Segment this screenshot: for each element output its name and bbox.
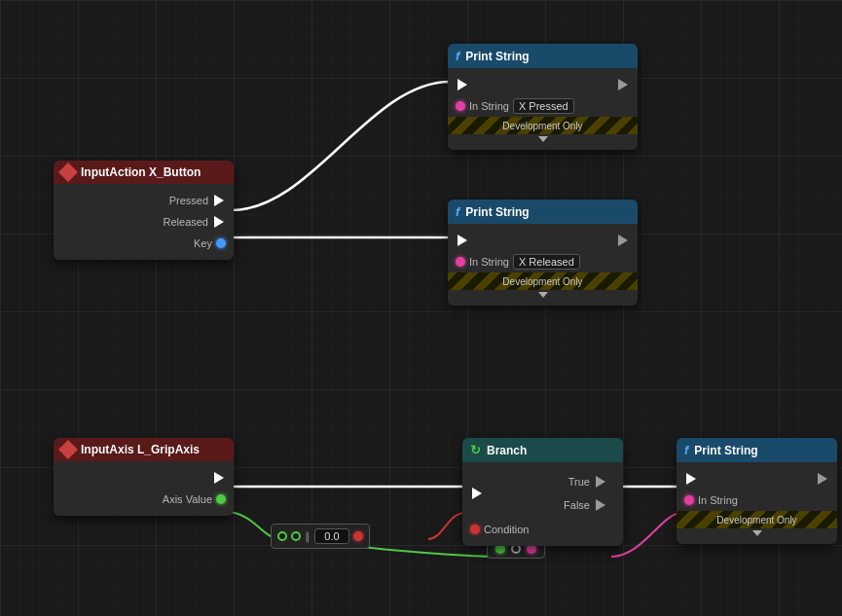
branch-false-pin[interactable] — [594, 498, 607, 512]
branch-header: ↻ Branch — [462, 438, 623, 462]
print3-warning-bar: Development Only — [677, 511, 837, 528]
print2-instring-label: In String — [469, 256, 509, 268]
branch-title: Branch — [487, 444, 527, 457]
pressed-exec-pin[interactable] — [212, 194, 226, 207]
recycle-icon: ↻ — [470, 443, 481, 457]
print1-instring-pin[interactable] — [456, 101, 465, 111]
input-action-node[interactable]: InputAction X_Button Pressed Released Ke… — [54, 161, 234, 260]
print2-value-badge: X Released — [513, 254, 580, 270]
print2-warning-bar: Development Only — [448, 272, 638, 290]
print3-collapse[interactable] — [752, 530, 762, 536]
branch-node[interactable]: ↻ Branch True False — [462, 438, 623, 546]
diamond-icon-2 — [58, 440, 78, 459]
print2-exec-in[interactable] — [456, 234, 469, 247]
print2-instring-pin[interactable] — [456, 257, 465, 267]
input-axis-node[interactable]: InputAxis L_GripAxis Axis Value — [54, 438, 234, 516]
branch-condition-row: Condition — [462, 519, 623, 540]
print3-exec-in[interactable] — [684, 472, 698, 486]
branch-false-row: False — [556, 494, 615, 516]
print-string-1-node[interactable]: f Print String In String X Pressed Devel… — [448, 44, 638, 150]
input-action-title: InputAction X_Button — [81, 165, 201, 179]
f-icon-1: f — [456, 49, 459, 63]
axis-exec-out[interactable] — [212, 471, 226, 485]
f-icon-2: f — [456, 204, 459, 219]
branch-condition-pin[interactable] — [470, 525, 480, 534]
print-string-2-header: f Print String — [448, 199, 638, 224]
print1-collapse[interactable] — [538, 136, 548, 142]
input-axis-header: InputAxis L_GripAxis — [54, 438, 234, 461]
branch-true-label: True — [568, 476, 590, 488]
print2-collapse[interactable] — [538, 292, 548, 298]
pressed-row: Pressed — [54, 190, 234, 211]
f-icon-3: f — [684, 443, 688, 457]
print-string-3-title: Print String — [694, 444, 757, 457]
input-axis-title: InputAxis L_GripAxis — [81, 443, 200, 456]
print-string-1-body: In String X Pressed Development Only — [448, 68, 638, 150]
print3-exec-out[interactable] — [816, 472, 829, 486]
print3-exec-row — [677, 468, 837, 489]
print-string-3-header: f Print String — [677, 438, 837, 462]
float-left-pin2[interactable] — [291, 531, 301, 541]
print1-exec-out[interactable] — [616, 78, 630, 91]
print-string-3-node[interactable]: f Print String In String Development Onl… — [677, 438, 837, 544]
print2-instring-row: In String X Released — [448, 251, 638, 272]
print2-dev-only: Development Only — [502, 276, 582, 287]
print1-instring-row: In String X Pressed — [448, 95, 638, 117]
print-string-1-title: Print String — [465, 50, 529, 63]
print-string-3-body: In String Development Only — [677, 462, 837, 544]
branch-condition-label: Condition — [484, 524, 529, 535]
print2-exec-out[interactable] — [616, 234, 630, 247]
pressed-label: Pressed — [169, 195, 208, 206]
print1-instring-label: In String — [469, 100, 509, 112]
print1-dev-only: Development Only — [502, 121, 582, 131]
axis-exec-row — [54, 467, 234, 489]
axis-value-pin[interactable] — [216, 494, 226, 504]
released-row: Released — [54, 211, 234, 233]
print3-instring-pin[interactable] — [684, 495, 694, 505]
float-value-display: 0.0 — [314, 528, 349, 544]
print1-exec-in[interactable] — [456, 78, 469, 91]
float-right-pin[interactable] — [353, 531, 363, 541]
print3-instring-label: In String — [698, 494, 738, 506]
key-label: Key — [194, 237, 212, 249]
axis-value-row: Axis Value — [54, 489, 234, 510]
diamond-icon — [58, 163, 78, 182]
key-pin[interactable] — [216, 238, 226, 248]
print3-dev-only: Development Only — [716, 515, 796, 525]
branch-body: True False Condition — [462, 462, 623, 546]
print2-exec-row — [448, 230, 638, 251]
print1-warning-bar: Development Only — [448, 117, 638, 134]
key-row: Key — [54, 233, 234, 254]
print-string-1-header: f Print String — [448, 44, 638, 68]
released-exec-pin[interactable] — [212, 215, 226, 229]
print-string-2-title: Print String — [465, 205, 529, 219]
input-action-body: Pressed Released Key — [54, 184, 234, 260]
node-header-input-action: InputAction X_Button — [54, 161, 234, 184]
branch-true-pin[interactable] — [594, 475, 607, 489]
branch-true-row: True — [561, 471, 615, 492]
print3-instring-row: In String — [677, 489, 837, 511]
print1-value-badge: X Pressed — [513, 98, 574, 114]
print-string-2-body: In String X Released Development Only — [448, 224, 638, 306]
input-axis-body: Axis Value — [54, 461, 234, 516]
branch-false-label: False — [564, 499, 590, 511]
released-label: Released — [164, 216, 208, 228]
print1-exec-row — [448, 74, 638, 95]
print-string-2-node[interactable]: f Print String In String X Released Deve… — [448, 199, 638, 306]
float-value-node[interactable]: ∥ 0.0 — [271, 524, 370, 549]
branch-exec-row: True False — [462, 468, 623, 519]
float-left-pin[interactable] — [277, 531, 287, 541]
axis-value-label: Axis Value — [163, 493, 212, 505]
branch-exec-in[interactable] — [470, 487, 484, 500]
